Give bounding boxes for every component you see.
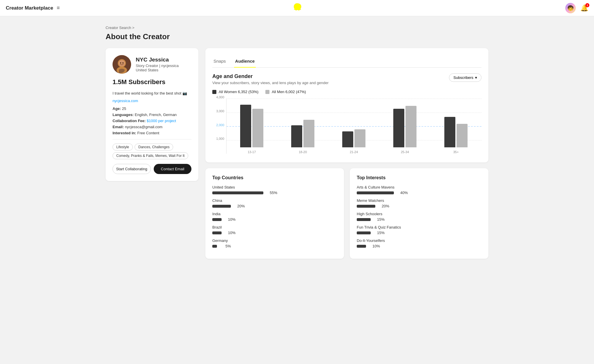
bar-women — [291, 125, 302, 147]
header: Creator Marketplace ≡ 🧒 🔔 1 — [0, 0, 594, 16]
interest-bar-fill — [357, 218, 371, 221]
list-item: Germany5% — [212, 238, 337, 248]
bar-x-label: 21-24 — [350, 150, 358, 154]
age-gender-section: Age and Gender View your subscribers, st… — [212, 68, 481, 162]
creator-info: NYC Jessica Story Creator | nycjessica U… — [136, 57, 179, 72]
svg-point-3 — [119, 60, 125, 66]
tags-row-1: Lifestyle Dances, Challenges — [113, 144, 191, 151]
top-countries-title: Top Countries — [212, 175, 337, 180]
breadcrumb[interactable]: Creator Search > — [106, 26, 488, 30]
y-axis-label: 4,000 — [213, 95, 224, 99]
tab-snaps[interactable]: Snaps — [212, 55, 227, 68]
y-axis-label: 1,000 — [213, 137, 224, 140]
bar-pair — [342, 129, 365, 147]
bar-pair — [393, 106, 416, 147]
bar-pair — [444, 117, 468, 147]
y-axis-label: 3,000 — [213, 109, 224, 113]
list-item: Fun Trivia & Quiz Fanatics15% — [357, 225, 481, 235]
interest-bar-row: 15% — [357, 217, 481, 222]
country-bar-fill — [212, 218, 222, 221]
start-collaborating-button[interactable]: Start Collaborating — [113, 164, 151, 174]
country-bar-fill — [212, 231, 222, 234]
list-item: Arts & Culture Mavens40% — [357, 185, 481, 195]
header-right: 🧒 🔔 1 — [565, 3, 588, 13]
interests-list: Arts & Culture Mavens40%Meme Watchers20%… — [357, 185, 481, 248]
bottom-panels: Top Countries United States55%China20%In… — [205, 168, 488, 259]
country-bar-fill — [212, 245, 217, 248]
tab-bar: Snaps Audience — [212, 55, 481, 68]
legend-label-women: All Women 6,352 (53%) — [219, 90, 258, 94]
country-name: China — [212, 198, 337, 203]
contact-email-button[interactable]: Contact Email — [154, 164, 191, 174]
interest-bar-pct: 40% — [397, 191, 408, 195]
tab-audience[interactable]: Audience — [234, 55, 256, 68]
interest-bar-row: 40% — [357, 191, 481, 195]
bar-pair — [291, 120, 314, 147]
notification-badge: 1 — [585, 3, 589, 7]
creator-avatar — [113, 55, 131, 74]
age-gender-header: Age and Gender View your subscribers, st… — [212, 73, 481, 85]
country-bar-row: 5% — [212, 244, 337, 248]
header-center — [292, 2, 302, 14]
creator-age: Age: 25 — [113, 106, 191, 111]
creator-website[interactable]: nycjessica.com — [113, 99, 191, 103]
tags-row-2: Comedy, Pranks & Fails, Memes, Wait For … — [113, 152, 191, 159]
interest-bar-fill — [357, 231, 371, 234]
bar-women — [240, 105, 251, 147]
bar-men — [457, 124, 468, 147]
user-avatar[interactable]: 🧒 — [565, 3, 576, 13]
svg-point-4 — [120, 62, 121, 64]
menu-icon[interactable]: ≡ — [57, 5, 60, 11]
tag-lifestyle[interactable]: Lifestyle — [113, 144, 133, 151]
legend-label-men: All Men 6,002 (47%) — [272, 90, 306, 94]
list-item: United States55% — [212, 185, 337, 195]
interest-bar-fill — [357, 191, 394, 194]
bar-men — [303, 120, 314, 147]
notification-button[interactable]: 🔔 1 — [580, 4, 588, 12]
interest-name: High Schoolers — [357, 212, 481, 216]
bar-x-label: 13-17 — [248, 150, 256, 154]
top-countries-panel: Top Countries United States55%China20%In… — [205, 168, 344, 259]
tag-comedy[interactable]: Comedy, Pranks & Fails, Memes, Wait For … — [113, 152, 188, 159]
header-left: Creator Marketplace ≡ — [6, 5, 60, 11]
interest-bar-row: 20% — [357, 204, 481, 208]
legend-swatch-women — [212, 90, 216, 94]
y-axis-label: 2,000 — [213, 123, 224, 127]
audience-panel: Snaps Audience Age and Gender View your … — [205, 48, 488, 162]
main-analytics: Snaps Audience Age and Gender View your … — [205, 48, 488, 259]
interest-bar-fill — [357, 245, 366, 248]
creator-email: Email: nycjessca@gmail.com — [113, 125, 191, 129]
country-bar-pct: 20% — [234, 204, 245, 208]
creator-card: NYC Jessica Story Creator | nycjessica U… — [106, 48, 198, 181]
creator-bio: I travel the world looking for the best … — [113, 90, 191, 96]
age-gender-subtitle: View your subscribers, story views, and … — [212, 81, 329, 85]
bar-chart: 4,0003,0002,0001,000 13-1718-2021-2425-3… — [212, 99, 481, 162]
interest-bar-pct: 10% — [370, 244, 380, 248]
bar-men — [405, 106, 416, 147]
creator-fee: Collaboration Fee: $1000 per project — [113, 119, 191, 123]
tag-dances[interactable]: Dances, Challenges — [135, 144, 173, 151]
interest-bar-pct: 20% — [379, 204, 389, 208]
bar-x-label: 35+ — [453, 150, 459, 154]
interest-bar-row: 15% — [357, 231, 481, 235]
creator-languages: Languages: English, French, German — [113, 113, 191, 117]
interest-bar-pct: 15% — [374, 231, 385, 235]
svg-point-5 — [122, 62, 124, 64]
subscribers-dropdown[interactable]: Subscribers ▾ — [449, 73, 481, 82]
country-bar-pct: 5% — [220, 244, 231, 248]
page-title: About the Creator — [106, 32, 488, 41]
bar-group: 13-17 — [240, 105, 263, 154]
bar-x-label: 25-34 — [401, 150, 409, 154]
bar-x-label: 18-20 — [299, 150, 307, 154]
country-name: Germany — [212, 238, 337, 243]
page-content: Creator Search > About the Creator — [94, 16, 500, 268]
list-item: India10% — [212, 212, 337, 222]
top-interests-panel: Top Interests Arts & Culture Mavens40%Me… — [350, 168, 488, 259]
creator-interested: Interested in: Free Content — [113, 131, 191, 135]
creator-name: NYC Jessica — [136, 57, 179, 63]
interest-bar-row: 10% — [357, 244, 481, 248]
bars-container: 13-1718-2021-2425-3435+ — [226, 99, 481, 154]
divider — [113, 139, 191, 140]
top-interests-title: Top Interests — [357, 175, 481, 180]
country-bar-row: 10% — [212, 231, 337, 235]
